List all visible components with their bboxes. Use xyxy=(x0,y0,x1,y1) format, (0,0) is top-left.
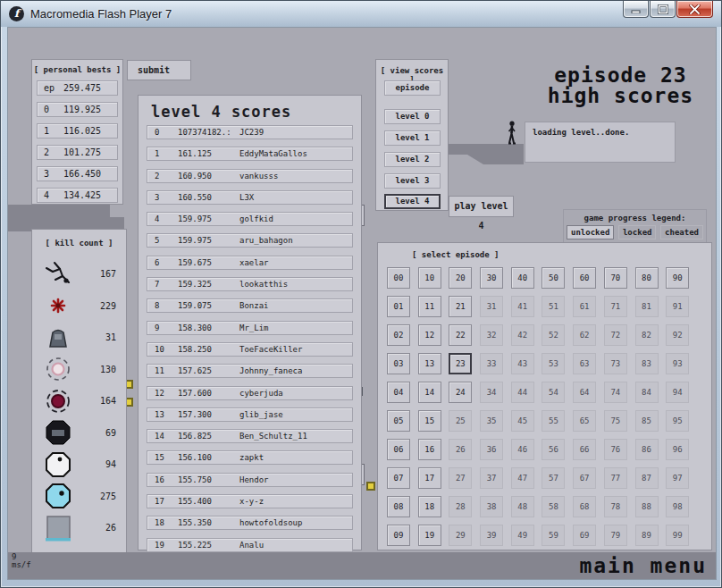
submit-button[interactable]: submit xyxy=(127,60,191,80)
episode-cell-92[interactable]: 92 xyxy=(666,324,689,346)
episode-cell-56[interactable]: 56 xyxy=(542,439,565,460)
episode-cell-16[interactable]: 16 xyxy=(418,439,441,460)
view-scores-button-level-0[interactable]: level 0 xyxy=(384,109,441,124)
episode-cell-97[interactable]: 97 xyxy=(666,467,689,489)
play-level-button[interactable]: play level 4 xyxy=(449,196,514,217)
episode-cell-53[interactable]: 53 xyxy=(542,353,565,374)
episode-cell-85[interactable]: 85 xyxy=(635,410,659,432)
episode-cell-58[interactable]: 58 xyxy=(542,496,565,517)
episode-cell-86[interactable]: 86 xyxy=(635,439,659,460)
episode-cell-78[interactable]: 78 xyxy=(604,496,627,517)
episode-cell-57[interactable]: 57 xyxy=(542,467,565,489)
episode-cell-24[interactable]: 24 xyxy=(449,382,472,403)
episode-cell-52[interactable]: 52 xyxy=(542,324,565,346)
episode-cell-87[interactable]: 87 xyxy=(635,467,659,489)
episode-cell-67[interactable]: 67 xyxy=(573,467,596,489)
episode-cell-88[interactable]: 88 xyxy=(635,496,659,517)
episode-cell-10[interactable]: 10 xyxy=(418,267,441,289)
episode-cell-68[interactable]: 68 xyxy=(573,496,596,517)
episode-cell-77[interactable]: 77 xyxy=(604,467,627,489)
episode-cell-13[interactable]: 13 xyxy=(418,353,441,374)
episode-cell-31[interactable]: 31 xyxy=(480,296,503,317)
episode-cell-11[interactable]: 11 xyxy=(418,296,441,317)
episode-cell-06[interactable]: 06 xyxy=(387,439,410,460)
episode-cell-49[interactable]: 49 xyxy=(511,525,534,546)
episode-cell-66[interactable]: 66 xyxy=(573,439,596,460)
episode-cell-50[interactable]: 50 xyxy=(542,267,565,289)
episode-cell-79[interactable]: 79 xyxy=(604,525,627,546)
minimize-button[interactable] xyxy=(623,1,649,18)
episode-cell-91[interactable]: 91 xyxy=(666,296,689,317)
episode-cell-08[interactable]: 08 xyxy=(387,496,410,517)
episode-cell-15[interactable]: 15 xyxy=(418,410,441,432)
episode-cell-01[interactable]: 01 xyxy=(387,296,410,317)
episode-cell-84[interactable]: 84 xyxy=(635,382,659,403)
episode-cell-81[interactable]: 81 xyxy=(635,296,659,317)
episode-cell-04[interactable]: 04 xyxy=(387,382,410,403)
episode-cell-42[interactable]: 42 xyxy=(511,324,534,346)
episode-cell-38[interactable]: 38 xyxy=(480,496,503,517)
episode-cell-71[interactable]: 71 xyxy=(604,296,627,317)
episode-cell-41[interactable]: 41 xyxy=(511,296,534,317)
episode-cell-47[interactable]: 47 xyxy=(511,467,534,489)
episode-cell-37[interactable]: 37 xyxy=(480,467,503,489)
episode-cell-89[interactable]: 89 xyxy=(635,525,659,546)
episode-cell-59[interactable]: 59 xyxy=(542,525,565,546)
episode-cell-73[interactable]: 73 xyxy=(604,353,627,374)
episode-cell-12[interactable]: 12 xyxy=(418,324,441,346)
episode-cell-98[interactable]: 98 xyxy=(666,496,689,517)
episode-cell-63[interactable]: 63 xyxy=(573,353,596,374)
main-menu-button[interactable]: main menu xyxy=(579,554,707,577)
episode-cell-95[interactable]: 95 xyxy=(666,410,689,432)
titlebar[interactable]: f Macromedia Flash Player 7 xyxy=(1,1,721,27)
episode-cell-62[interactable]: 62 xyxy=(573,324,596,346)
episode-cell-00[interactable]: 00 xyxy=(387,267,410,289)
episode-cell-17[interactable]: 17 xyxy=(418,467,441,489)
episode-cell-33[interactable]: 33 xyxy=(480,353,503,374)
episode-cell-21[interactable]: 21 xyxy=(449,296,472,317)
episode-cell-61[interactable]: 61 xyxy=(573,296,596,317)
episode-cell-34[interactable]: 34 xyxy=(480,382,503,403)
episode-cell-90[interactable]: 90 xyxy=(666,267,689,289)
episode-cell-05[interactable]: 05 xyxy=(387,410,410,432)
episode-cell-94[interactable]: 94 xyxy=(666,382,689,403)
episode-cell-55[interactable]: 55 xyxy=(542,410,565,432)
episode-cell-45[interactable]: 45 xyxy=(511,410,534,432)
episode-cell-20[interactable]: 20 xyxy=(449,267,472,289)
episode-cell-54[interactable]: 54 xyxy=(542,382,565,403)
episode-cell-27[interactable]: 27 xyxy=(449,467,472,489)
maximize-button[interactable] xyxy=(650,1,676,18)
episode-cell-46[interactable]: 46 xyxy=(511,439,534,460)
episode-cell-48[interactable]: 48 xyxy=(511,496,534,517)
episode-cell-25[interactable]: 25 xyxy=(449,410,472,432)
episode-cell-99[interactable]: 99 xyxy=(666,525,689,546)
episode-cell-02[interactable]: 02 xyxy=(387,324,410,346)
episode-cell-80[interactable]: 80 xyxy=(635,267,659,289)
episode-cell-64[interactable]: 64 xyxy=(573,382,596,403)
episode-cell-35[interactable]: 35 xyxy=(480,410,503,432)
episode-cell-43[interactable]: 43 xyxy=(511,353,534,374)
episode-cell-29[interactable]: 29 xyxy=(449,525,472,546)
episode-cell-18[interactable]: 18 xyxy=(418,496,441,517)
episode-cell-51[interactable]: 51 xyxy=(542,296,565,317)
close-button[interactable] xyxy=(676,1,713,18)
view-scores-button-episode[interactable]: episode xyxy=(384,80,441,96)
episode-cell-19[interactable]: 19 xyxy=(418,525,441,546)
episode-cell-83[interactable]: 83 xyxy=(635,353,659,374)
episode-cell-74[interactable]: 74 xyxy=(604,382,627,403)
episode-cell-72[interactable]: 72 xyxy=(604,324,627,346)
episode-cell-93[interactable]: 93 xyxy=(666,353,689,374)
view-scores-button-level-3[interactable]: level 3 xyxy=(384,173,441,189)
episode-cell-03[interactable]: 03 xyxy=(387,353,410,374)
episode-cell-40[interactable]: 40 xyxy=(511,267,534,289)
episode-cell-44[interactable]: 44 xyxy=(511,382,534,403)
episode-cell-65[interactable]: 65 xyxy=(573,410,596,432)
episode-cell-09[interactable]: 09 xyxy=(387,525,410,546)
episode-cell-60[interactable]: 60 xyxy=(573,267,596,289)
view-scores-button-level-2[interactable]: level 2 xyxy=(384,152,441,167)
view-scores-button-level-1[interactable]: level 1 xyxy=(384,130,441,146)
episode-cell-22[interactable]: 22 xyxy=(449,324,472,346)
episode-cell-23[interactable]: 23 xyxy=(449,353,472,374)
episode-cell-26[interactable]: 26 xyxy=(449,439,472,460)
view-scores-button-level-4[interactable]: level 4 xyxy=(384,194,441,209)
